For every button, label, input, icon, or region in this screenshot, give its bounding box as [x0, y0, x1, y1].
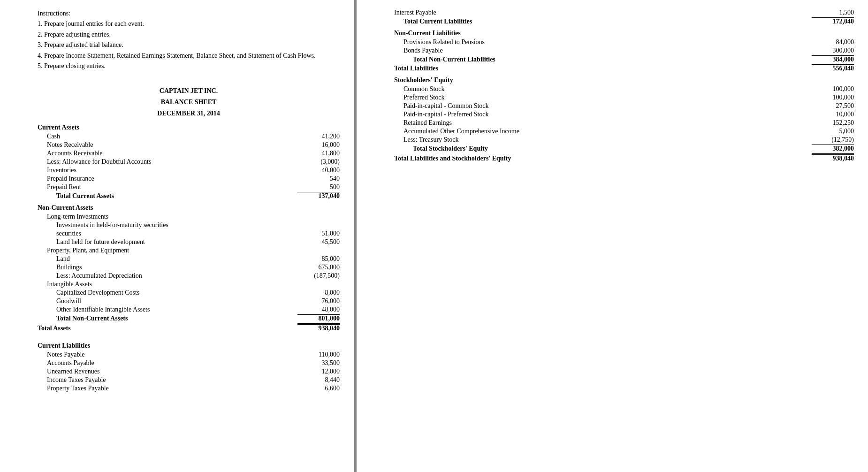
goodwill-label: Goodwill [38, 297, 297, 305]
paid-in-common-amount: 27,500 [812, 102, 854, 110]
instruction-4: 4. Prepare Income Statement, Retained Ea… [38, 51, 340, 61]
cash-label: Cash [38, 133, 297, 140]
instruction-2: 2. Prepare adjusting entries. [38, 30, 340, 40]
notes-receivable-line: Notes Receivable 16,000 [38, 141, 340, 149]
unearned-revenues-line: Unearned Revenues 12,000 [38, 367, 340, 376]
ppe-header-line: Property, Plant, and Equipment [38, 246, 340, 255]
total-current-assets-amount: 137,040 [297, 192, 340, 200]
capitalized-dev-label: Capitalized Development Costs [38, 289, 297, 297]
total-non-current-liabilities-amount: 384,000 [812, 55, 854, 63]
interest-payable-label: Interest Payable [394, 9, 812, 16]
accumulated-depreciation-label: Less: Accumulated Depreciation [38, 272, 297, 280]
company-name: CAPTAIN JET INC. [38, 85, 340, 97]
inventories-line: Inventories 40,000 [38, 166, 340, 175]
accumulated-oci-amount: 5,000 [812, 128, 854, 135]
investments-sub-line: Investments in held-for-maturity securit… [38, 221, 340, 229]
ppe-label: Property, Plant, and Equipment [38, 247, 340, 254]
instruction-3: 3. Prepare adjusted trial balance. [38, 40, 340, 50]
unearned-revenues-amount: 12,000 [297, 368, 340, 375]
statement-date: DECEMBER 31, 2014 [38, 108, 340, 119]
total-non-current-assets-amount: 801,000 [297, 314, 340, 322]
cash-amount: 41,200 [297, 133, 340, 140]
unearned-revenues-label: Unearned Revenues [38, 368, 297, 375]
total-non-current-liabilities-line: Total Non-Current Liabilities 384,000 [394, 55, 854, 64]
allowance-label: Less: Allowance for Doubtful Accounts [38, 158, 297, 166]
interest-payable-amount: 1,500 [812, 9, 854, 16]
accounts-receivable-line: Accounts Receivable 41,800 [38, 149, 340, 158]
land-held-line: Land held for future development 45,500 [38, 238, 340, 246]
prepaid-rent-line: Prepaid Rent 500 [38, 183, 340, 191]
other-intangible-amount: 48,000 [297, 306, 340, 313]
income-taxes-payable-line: Income Taxes Payable 8,440 [38, 376, 340, 384]
land-amount: 85,000 [297, 255, 340, 263]
total-current-liabilities-amount: 172,040 [812, 17, 854, 25]
total-non-current-assets-line: Total Non-Current Assets 801,000 [38, 314, 340, 323]
goodwill-amount: 76,000 [297, 297, 340, 305]
paid-in-common-line: Paid-in-capital - Common Stock 27,500 [394, 102, 854, 110]
income-taxes-payable-amount: 8,440 [297, 376, 340, 384]
paid-in-common-label: Paid-in-capital - Common Stock [394, 102, 812, 110]
total-liabilities-equity-label: Total Liabilities and Stockholders' Equi… [394, 155, 812, 162]
land-held-amount: 45,500 [297, 238, 340, 246]
total-stockholders-equity-line: Total Stockholders' Equity 382,000 [394, 144, 854, 153]
total-assets-amount: 938,040 [297, 323, 340, 332]
treasury-stock-label: Less: Treasury Stock [394, 136, 812, 144]
total-liabilities-equity-amount: 938,040 [812, 153, 854, 162]
accumulated-depreciation-line: Less: Accumulated Depreciation (187,500) [38, 272, 340, 280]
treasury-stock-amount: (12,750) [812, 136, 854, 144]
total-assets-label: Total Assets [38, 325, 297, 332]
non-current-assets-header: Non-Current Assets [38, 204, 340, 212]
instruction-1: 1. Prepare journal entries for each even… [38, 19, 340, 29]
total-current-assets-label: Total Current Assets [38, 192, 297, 200]
retained-earnings-amount: 152,250 [812, 119, 854, 127]
instruction-5: 5. Prepare closing entries. [38, 61, 340, 71]
investments-securities-label: securities [38, 230, 297, 237]
buildings-label: Buildings [38, 264, 297, 271]
notes-payable-line: Notes Payable 110,000 [38, 350, 340, 359]
intangible-header-line: Intangible Assets [38, 280, 340, 289]
prepaid-insurance-label: Prepaid Insurance [38, 175, 297, 183]
accumulated-oci-label: Accumulated Other Comprehensive Income [394, 128, 812, 135]
notes-payable-amount: 110,000 [297, 351, 340, 358]
total-liabilities-line: Total Liabilities 556,040 [394, 64, 854, 73]
stockholders-equity-header: Stockholders' Equity [394, 76, 854, 84]
goodwill-line: Goodwill 76,000 [38, 297, 340, 305]
total-liabilities-amount: 556,040 [812, 64, 854, 72]
intangible-label: Intangible Assets [38, 281, 340, 288]
other-intangible-label: Other Identifiable Intangible Assets [38, 306, 297, 313]
company-header: CAPTAIN JET INC. BALANCE SHEET DECEMBER … [38, 85, 340, 119]
land-line: Land 85,000 [38, 255, 340, 263]
property-taxes-payable-amount: 6,600 [297, 385, 340, 392]
bonds-payable-line: Bonds Payable 300,000 [394, 46, 854, 55]
inventories-label: Inventories [38, 167, 297, 174]
accounts-payable-label: Accounts Payable [38, 359, 297, 367]
total-stockholders-equity-amount: 382,000 [812, 145, 854, 152]
total-current-liabilities-label: Total Current Liabilities [394, 18, 812, 25]
accounts-payable-line: Accounts Payable 33,500 [38, 359, 340, 367]
property-taxes-payable-label: Property Taxes Payable [38, 385, 297, 392]
total-liabilities-equity-line: Total Liabilities and Stockholders' Equi… [394, 153, 854, 163]
instructions-section: Instructions: 1. Prepare journal entries… [38, 8, 340, 71]
capitalized-dev-line: Capitalized Development Costs 8,000 [38, 289, 340, 297]
total-current-liabilities-line: Total Current Liabilities 172,040 [394, 17, 854, 26]
other-intangible-line: Other Identifiable Intangible Assets 48,… [38, 305, 340, 314]
notes-receivable-label: Notes Receivable [38, 141, 297, 149]
total-assets-line: Total Assets 938,040 [38, 323, 340, 333]
total-current-assets-line: Total Current Assets 137,040 [38, 191, 340, 200]
accumulated-depreciation-amount: (187,500) [297, 272, 340, 280]
accounts-payable-amount: 33,500 [297, 359, 340, 367]
paid-in-preferred-line: Paid-in-capital - Preferred Stock 10,000 [394, 110, 854, 119]
bonds-payable-amount: 300,000 [812, 47, 854, 54]
instructions-header: Instructions: [38, 8, 340, 19]
inventories-amount: 40,000 [297, 167, 340, 174]
land-label: Land [38, 255, 297, 263]
notes-receivable-amount: 16,000 [297, 141, 340, 149]
common-stock-label: Common Stock [394, 85, 812, 93]
current-assets-header: Current Assets [38, 124, 340, 131]
prepaid-insurance-amount: 540 [297, 175, 340, 183]
non-current-liabilities-header: Non-Current Liabilities [394, 30, 854, 37]
long-term-investments-label: Long-term Investments [38, 213, 340, 221]
left-panel: Instructions: 1. Prepare journal entries… [0, 0, 357, 472]
treasury-stock-line: Less: Treasury Stock (12,750) [394, 136, 854, 144]
investments-sub-label: Investments in held-for-maturity securit… [38, 221, 340, 229]
